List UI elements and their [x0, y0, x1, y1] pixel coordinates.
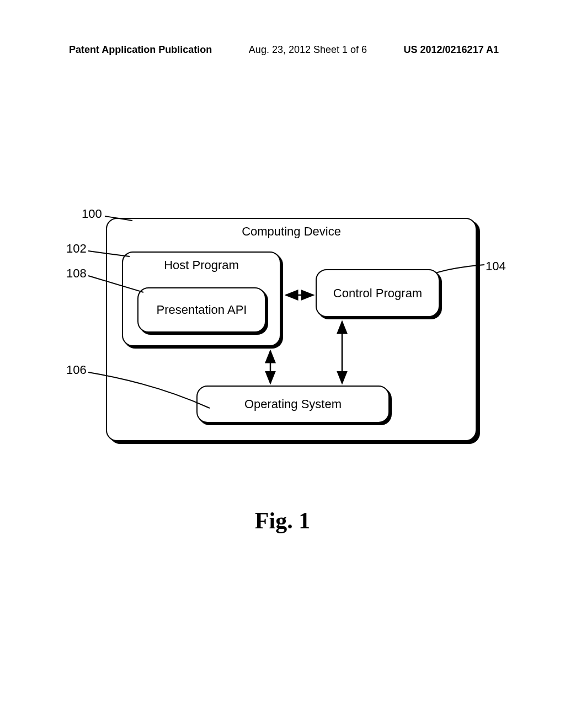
presentation-api-label: Presentation API: [157, 303, 247, 317]
diagram: Computing Device Host Program Presentati…: [0, 165, 565, 496]
operating-system-box: Operating System: [196, 386, 390, 423]
control-program-box: Control Program: [316, 269, 440, 317]
ref-108: 108: [66, 266, 87, 281]
operating-system-label: Operating System: [244, 397, 342, 411]
computing-device-label: Computing Device: [242, 219, 341, 239]
ref-100: 100: [82, 207, 102, 221]
header-date-sheet: Aug. 23, 2012 Sheet 1 of 6: [249, 44, 367, 56]
figure-caption: Fig. 1: [0, 507, 565, 534]
page-header: Patent Application Publication Aug. 23, …: [0, 44, 565, 56]
ref-106: 106: [66, 363, 87, 377]
host-program-label: Host Program: [164, 253, 239, 272]
control-program-label: Control Program: [333, 286, 422, 301]
presentation-api-box: Presentation API: [137, 287, 266, 333]
ref-104: 104: [486, 259, 506, 274]
ref-102: 102: [66, 242, 87, 256]
header-publication: Patent Application Publication: [69, 44, 212, 56]
header-pub-number: US 2012/0216217 A1: [404, 44, 499, 56]
